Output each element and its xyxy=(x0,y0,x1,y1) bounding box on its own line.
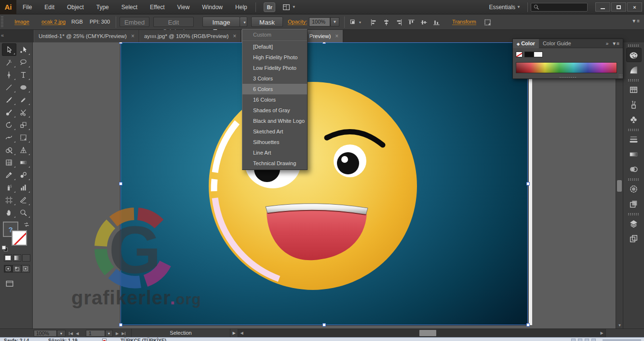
zoom-dropdown-arrow[interactable]: ▼ xyxy=(57,330,66,337)
tabbar-collapse-icon[interactable]: « xyxy=(1,32,4,38)
align-vertical-bottom-button[interactable] xyxy=(430,17,443,27)
dock-group-grip[interactable] xyxy=(628,44,640,47)
tool-scale[interactable] xyxy=(16,118,31,131)
dock-group-grip[interactable] xyxy=(628,178,640,181)
trace-preset-shades-of-gray[interactable]: Shades of Gray xyxy=(242,105,307,116)
color-spectrum-bar[interactable] xyxy=(516,62,617,73)
panel-resize-grip[interactable] xyxy=(618,74,622,78)
draw-behind-button[interactable] xyxy=(13,265,21,273)
trace-preset-sketched-art[interactable]: Sketched Art xyxy=(242,126,307,137)
artboard-dropdown-arrow[interactable]: ▼ xyxy=(105,330,113,337)
tool-mesh[interactable] xyxy=(2,156,16,169)
trace-preset--default-[interactable]: [Default] xyxy=(242,41,307,52)
screen-mode-button[interactable] xyxy=(5,279,14,288)
free-transform-constrain-button[interactable] xyxy=(481,17,494,27)
dock-color-panel-icon[interactable] xyxy=(626,48,642,62)
panel-menu-icon[interactable]: ▼≡ xyxy=(612,41,619,46)
trace-preset-technical-drawing[interactable]: Technical Drawing xyxy=(242,158,307,169)
document-tab-1[interactable]: Untitled-1* @ 25% (CMYK/Preview)× xyxy=(34,30,139,42)
selection-handle[interactable] xyxy=(119,182,122,185)
align-horizontal-center-button[interactable] xyxy=(380,17,392,27)
menu-object[interactable]: Object xyxy=(61,0,90,14)
tab-close-icon[interactable]: × xyxy=(335,33,338,39)
tool-width[interactable] xyxy=(2,131,16,144)
workspace-switcher[interactable]: Essentials ▼ xyxy=(485,4,524,11)
tool-scissors[interactable] xyxy=(16,106,31,118)
opacity-dropdown-arrow[interactable]: ▼ xyxy=(330,17,339,26)
tool-eyedropper[interactable] xyxy=(2,169,16,181)
opacity-value-input[interactable]: 100% xyxy=(309,17,330,26)
document-tab-2[interactable]: ayıııı.jpg* @ 100% (RGB/Preview)× xyxy=(139,30,241,42)
dock-swatches-panel-icon[interactable] xyxy=(626,82,642,97)
default-fill-stroke-icon[interactable] xyxy=(2,246,8,251)
dock-color-guide-panel-icon[interactable] xyxy=(626,63,642,77)
menu-view[interactable]: View xyxy=(171,0,196,14)
menu-file[interactable]: File xyxy=(16,0,38,14)
canvas-area[interactable]: G grafikerler.org ▼ xyxy=(33,42,623,328)
opacity-label[interactable]: Opacity: xyxy=(288,19,307,25)
vertical-scrollbar-thumb[interactable] xyxy=(617,180,622,192)
tool-artboard[interactable] xyxy=(2,194,16,206)
dock-group-grip[interactable] xyxy=(628,213,640,215)
status-options-arrow[interactable]: ▶ xyxy=(230,329,238,338)
tool-zoom[interactable] xyxy=(16,206,31,219)
dock-brushes-panel-icon[interactable] xyxy=(626,97,642,112)
horizontal-scrollbar[interactable]: ◀ ▶ xyxy=(238,329,606,338)
align-vertical-center-button[interactable] xyxy=(417,17,430,27)
tool-rotate[interactable] xyxy=(2,118,16,131)
menu-edit[interactable]: Edit xyxy=(38,0,61,14)
dock-group-grip[interactable] xyxy=(628,129,640,131)
trace-preset-16-colors[interactable]: 16 Colors xyxy=(242,94,307,105)
trace-preset-silhouettes[interactable]: Silhouettes xyxy=(242,137,307,147)
trace-preset-black-and-white-logo[interactable]: Black and White Logo xyxy=(242,116,307,126)
selection-handle[interactable] xyxy=(526,182,530,185)
draw-inside-button[interactable] xyxy=(21,265,30,273)
tab-color[interactable]: ◆Color xyxy=(513,39,539,48)
swatch-white[interactable] xyxy=(534,52,543,57)
tool-pen[interactable] xyxy=(2,68,16,81)
selection-handle[interactable] xyxy=(119,323,122,327)
scroll-right-icon[interactable]: ▶ xyxy=(598,329,605,338)
dock-stroke-panel-icon[interactable] xyxy=(626,132,642,146)
swatch-none[interactable] xyxy=(516,52,523,57)
tool-symbol-sprayer[interactable] xyxy=(2,181,16,194)
tool-selection[interactable] xyxy=(2,43,16,56)
swatch-black[interactable] xyxy=(524,52,534,57)
none-fill-button[interactable] xyxy=(22,254,30,262)
dock-graphic-styles-panel-icon[interactable] xyxy=(626,197,642,211)
vertical-scrollbar[interactable]: ▼ xyxy=(616,42,623,328)
tool-blend[interactable] xyxy=(16,169,31,181)
tool-magic-wand[interactable] xyxy=(2,56,16,68)
minimize-button[interactable] xyxy=(595,2,610,12)
tool-perspective-grid[interactable] xyxy=(16,144,31,156)
dock-layers-panel-icon[interactable] xyxy=(626,216,642,231)
close-button[interactable]: × xyxy=(627,2,642,12)
image-trace-preset-arrow[interactable]: ▼ xyxy=(240,17,247,27)
mask-button[interactable]: Mask xyxy=(251,17,283,27)
menu-select[interactable]: Select xyxy=(115,0,144,14)
tool-line-segment[interactable] xyxy=(2,81,16,93)
align-horizontal-right-button[interactable] xyxy=(392,17,405,27)
dock-gradient-panel-icon[interactable] xyxy=(626,147,642,161)
zoom-level-input[interactable]: 100% xyxy=(34,330,57,337)
horizontal-scrollbar-thumb[interactable] xyxy=(419,330,436,336)
dock-symbols-panel-icon[interactable] xyxy=(626,112,642,127)
panel-grip[interactable] xyxy=(1,16,3,28)
menu-window[interactable]: Window xyxy=(196,0,229,14)
tool-type[interactable] xyxy=(16,68,31,81)
tool-paintbrush[interactable] xyxy=(2,93,16,106)
tool-column-graph[interactable] xyxy=(16,181,31,194)
tool-ellipse[interactable] xyxy=(16,81,31,93)
transform-link[interactable]: Transform xyxy=(452,19,476,25)
gradient-fill-button[interactable] xyxy=(13,254,21,262)
menu-type[interactable]: Type xyxy=(90,0,115,14)
swap-fill-stroke-icon[interactable] xyxy=(23,222,30,227)
tab-close-icon[interactable]: × xyxy=(233,33,236,39)
trace-preset-line-art[interactable]: Line Art xyxy=(242,147,307,158)
menu-help[interactable]: Help xyxy=(229,0,254,14)
anchor-label[interactable]: Image xyxy=(14,19,29,25)
tab-close-icon[interactable]: × xyxy=(131,33,134,39)
dock-transparency-panel-icon[interactable] xyxy=(626,162,642,176)
dock-group-grip[interactable] xyxy=(628,79,640,81)
scroll-down-icon[interactable]: ▼ xyxy=(616,323,623,328)
